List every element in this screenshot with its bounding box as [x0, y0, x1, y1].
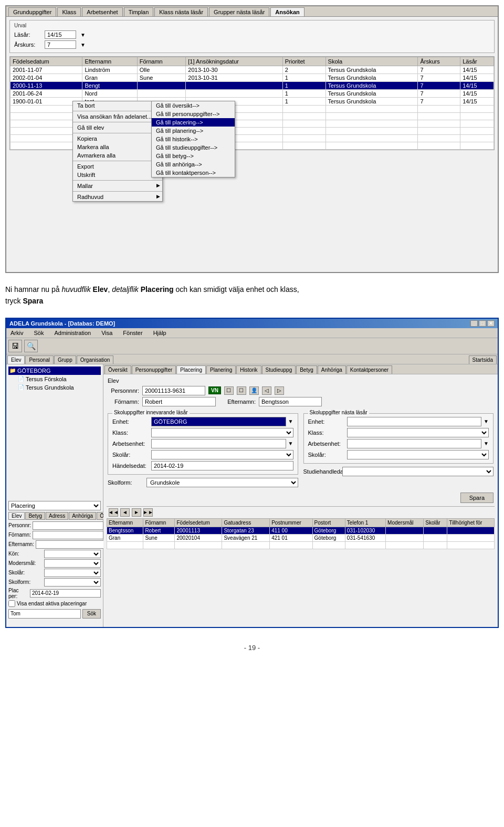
- next-group-select-skolar[interactable]: [347, 450, 489, 459]
- table-row[interactable]: Bengtsson Robert 20001113 Storgatan 23 4…: [107, 527, 495, 534]
- next-arbetenhet-dropdown-icon[interactable]: ▼: [484, 441, 489, 446]
- menu-ta-bort[interactable]: Ta bort: [73, 101, 162, 110]
- menu-fonster[interactable]: Fönster: [121, 329, 144, 337]
- lower-tab-betyg[interactable]: Betyg: [25, 512, 45, 520]
- table-row[interactable]: Gran Sune 20020104 Sveavägen 21 421 01 G…: [107, 534, 495, 541]
- submenu-anhoriga[interactable]: Gå till anhöriga-->: [152, 160, 235, 169]
- group-select-studiehandledare[interactable]: [342, 467, 494, 476]
- next-group-input-arbetsEnhet[interactable]: [347, 439, 482, 448]
- lower-input-placper[interactable]: [30, 589, 101, 598]
- enhet-dropdown-icon[interactable]: ▼: [288, 418, 293, 424]
- submenu-historik[interactable]: Gå till historik-->: [152, 135, 235, 143]
- tab-timplan[interactable]: Timplan: [124, 7, 154, 16]
- tab-startsida[interactable]: Startsida: [469, 355, 497, 364]
- submenu-planering[interactable]: Gå till planering-->: [152, 127, 235, 135]
- tab-planering[interactable]: Planering: [206, 365, 236, 374]
- nav-btn-prev[interactable]: ◄: [120, 508, 130, 517]
- nav-btn-last[interactable]: ►►: [143, 508, 153, 517]
- lower-search-input[interactable]: [8, 609, 81, 619]
- arbetenhet-dropdown-icon[interactable]: ▼: [288, 441, 293, 446]
- menu-avmarkera-alla[interactable]: Avmarkera alla: [73, 151, 162, 160]
- menu-arkiv[interactable]: Arkiv: [8, 329, 25, 337]
- tab-grupper-nasta[interactable]: Grupper nästa läsår: [209, 7, 269, 16]
- menu-kopiera[interactable]: Kopiera: [73, 134, 162, 143]
- submenu-studieuppgifter[interactable]: Gå till studieuppgifter-->: [152, 143, 235, 152]
- lower-input-personnr[interactable]: [33, 521, 103, 530]
- group-input-handelse[interactable]: [151, 461, 293, 470]
- tree-item-grundskola[interactable]: 📄 Tersus Grundskola: [8, 383, 101, 392]
- menu-visa[interactable]: Visa: [99, 329, 114, 337]
- submenu-personuppgifter[interactable]: Gå till personuppgifter-->: [152, 110, 235, 118]
- form-input-personnr[interactable]: [142, 386, 205, 395]
- tab-organisation[interactable]: Organisation: [77, 355, 114, 364]
- lower-search-button[interactable]: Sök: [82, 609, 101, 619]
- toolbar-btn-2[interactable]: 🔍: [24, 340, 38, 352]
- tab-grunduppgifter[interactable]: Grunduppgifter: [8, 7, 56, 16]
- tab-arbetsenhet[interactable]: Arbetsenhet: [82, 7, 122, 16]
- close-button[interactable]: ✕: [487, 320, 495, 327]
- form-input-fornamn[interactable]: [142, 397, 216, 406]
- tree-item-forskola[interactable]: 📄 Tersus Förskola: [8, 375, 101, 383]
- table-row[interactable]: 2000-11-13 Bengt 1 Tersus Grundskola 7 1…: [10, 82, 494, 90]
- lower-left-select[interactable]: Placering: [8, 501, 101, 510]
- tab-klass-nasta[interactable]: Klass nästa läsår: [154, 7, 208, 16]
- menu-mallar[interactable]: Mallar: [73, 182, 162, 190]
- submenu-oversikt[interactable]: Gå till översikt-->: [152, 101, 235, 110]
- next-enhet-dropdown-icon[interactable]: ▼: [484, 418, 489, 424]
- tab-betyg[interactable]: Betyg: [296, 365, 317, 374]
- submenu-betyg[interactable]: Gå till betyg-->: [152, 152, 235, 160]
- menu-radhuvud[interactable]: Radhuvud: [73, 193, 162, 201]
- lower-select-skolform[interactable]: [44, 578, 101, 587]
- icon-btn-check2[interactable]: ☐: [237, 386, 246, 395]
- tab-personuppgifter[interactable]: Personuppgifter: [132, 365, 176, 374]
- minimize-button[interactable]: _: [470, 320, 478, 327]
- toolbar-btn-1[interactable]: 🖫: [8, 340, 22, 352]
- icon-btn-arrow2[interactable]: ▷: [275, 386, 284, 395]
- menu-ga-till-elev[interactable]: Gå till elev: [73, 123, 162, 132]
- tab-placering[interactable]: Placering: [176, 365, 206, 374]
- lower-tab-anhoriga[interactable]: Anhöriga: [69, 512, 96, 520]
- group-input-enhet[interactable]: [151, 417, 286, 426]
- group-select-skolform[interactable]: Grundskole: [146, 478, 298, 487]
- lower-select-skolar[interactable]: [44, 569, 101, 577]
- group-select-skolar[interactable]: [151, 450, 293, 459]
- nav-btn-first[interactable]: ◄◄: [109, 508, 118, 517]
- table-row[interactable]: 2001-06-24 Nord 1 Tersus Grundskola 7 14…: [10, 90, 494, 98]
- table-row[interactable]: 2002-01-04 Gran Sune 2013-10-31 1 Tersus…: [10, 74, 494, 82]
- menu-utskrift[interactable]: Utskrift: [73, 171, 162, 179]
- lasar-dropdown-icon[interactable]: ▼: [80, 32, 86, 38]
- submenu-kontaktperson[interactable]: Gå till kontaktperson-->: [152, 169, 235, 177]
- lower-checkbox-aktiva[interactable]: [8, 600, 15, 607]
- maximize-button[interactable]: □: [479, 320, 486, 327]
- lower-input-efternamn[interactable]: [36, 540, 107, 549]
- save-button[interactable]: Spara: [460, 493, 494, 503]
- lower-tab-adress[interactable]: Adress: [46, 512, 68, 520]
- form-input-efternamn[interactable]: [259, 397, 322, 406]
- next-group-input-enhet[interactable]: [347, 417, 482, 426]
- tab-ansokan[interactable]: Ansökan: [270, 7, 304, 16]
- tab-klass[interactable]: Klass: [57, 7, 81, 16]
- group-select-klass[interactable]: [151, 428, 293, 437]
- tab-anhoriga[interactable]: Anhöriga: [318, 365, 346, 374]
- lower-tab-elev[interactable]: Elev: [8, 512, 25, 520]
- icon-btn-arrow1[interactable]: ◁: [262, 386, 271, 395]
- group-input-arbetsEnhet[interactable]: [151, 439, 286, 448]
- arskurs-input[interactable]: [45, 40, 76, 49]
- table-row[interactable]: 2001-11-07 Lindström Olle 2013-10-30 2 T…: [10, 66, 494, 74]
- tab-oversikt[interactable]: Översikt: [104, 365, 131, 374]
- menu-markera-alla[interactable]: Markera alla: [73, 143, 162, 151]
- submenu-placering[interactable]: Gå till placering-->: [152, 118, 235, 127]
- next-group-select-klass[interactable]: [347, 428, 489, 437]
- tab-studieuppg[interactable]: Studieuppg: [262, 365, 296, 374]
- tab-historik[interactable]: Historik: [236, 365, 261, 374]
- icon-btn-check[interactable]: ☐: [224, 386, 234, 395]
- lower-input-fornamn[interactable]: [33, 531, 103, 539]
- menu-visa-ansokan[interactable]: Visa ansökan från adelanet...: [73, 112, 162, 121]
- icon-btn-person[interactable]: 👤: [249, 386, 259, 395]
- menu-export[interactable]: Export: [73, 162, 162, 171]
- menu-administration[interactable]: Administration: [52, 329, 93, 337]
- tab-personal[interactable]: Personal: [25, 355, 53, 364]
- tab-grupp[interactable]: Grupp: [54, 355, 76, 364]
- arskurs-dropdown-icon[interactable]: ▼: [80, 42, 86, 48]
- nav-btn-next[interactable]: ►: [132, 508, 141, 517]
